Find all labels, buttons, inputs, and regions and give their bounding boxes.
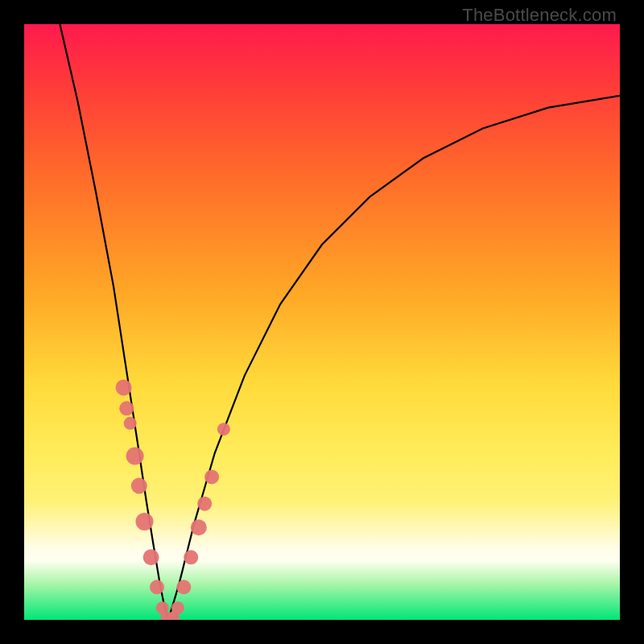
- marker-bead: [191, 519, 207, 535]
- marker-bead: [116, 379, 132, 395]
- watermark-text: TheBottleneck.com: [462, 5, 617, 26]
- marker-bead: [119, 401, 134, 415]
- curve-svg: [24, 24, 620, 620]
- marker-bead: [143, 549, 159, 565]
- curve-right-arm: [168, 96, 620, 620]
- marker-bead: [150, 580, 164, 594]
- marker-bead: [131, 478, 147, 494]
- marker-bead: [204, 469, 219, 484]
- chart-frame: TheBottleneck.com: [0, 0, 644, 644]
- marker-bead: [124, 417, 137, 430]
- marker-bead: [176, 580, 191, 594]
- marker-bead: [197, 497, 212, 511]
- marker-bead: [126, 448, 144, 465]
- marker-bead: [184, 550, 198, 564]
- plot-area: [24, 24, 620, 620]
- marker-bead: [136, 513, 154, 530]
- curve-left-arm: [60, 24, 168, 620]
- marker-bead: [171, 601, 184, 614]
- marker-bead: [217, 423, 230, 436]
